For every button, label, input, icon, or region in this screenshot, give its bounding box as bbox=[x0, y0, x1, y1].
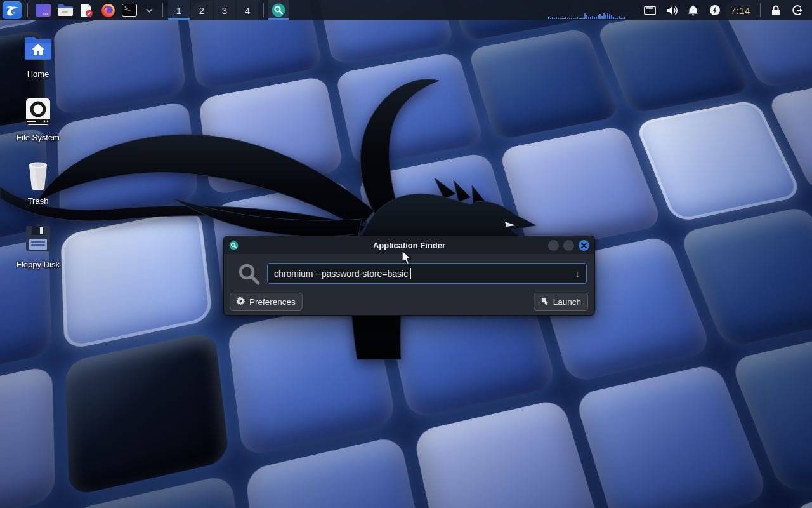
workspace-label: 1 bbox=[176, 5, 181, 16]
launcher-text-editor[interactable] bbox=[75, 1, 97, 19]
monitor-bar bbox=[617, 18, 618, 19]
monitor-bar bbox=[586, 15, 587, 19]
top-panel: $_ 1 2 3 4 bbox=[0, 0, 812, 20]
file-manager-icon bbox=[56, 3, 73, 17]
monitor-bar bbox=[599, 14, 601, 19]
desktop-icon-file-system[interactable]: File System bbox=[8, 97, 69, 142]
desktop-icon-home[interactable]: Home bbox=[8, 33, 69, 79]
tray-power-manager[interactable] bbox=[704, 1, 726, 19]
launcher-file-manager[interactable] bbox=[54, 1, 75, 19]
workspace-button-4[interactable]: 4 bbox=[237, 0, 258, 20]
close-icon bbox=[581, 243, 587, 248]
monitor-bar bbox=[575, 18, 576, 19]
chevron-down-icon bbox=[146, 8, 153, 13]
terminal-icon: $_ bbox=[122, 4, 137, 17]
monitor-bar bbox=[550, 18, 551, 19]
monitor-bar bbox=[605, 15, 606, 19]
monitor-bar bbox=[565, 17, 566, 19]
preferences-label: Preferences bbox=[249, 297, 296, 307]
launcher-desktop-window[interactable] bbox=[32, 1, 54, 19]
desktop-icon-label: File System bbox=[16, 133, 60, 142]
panel-clock[interactable]: 7:14 bbox=[726, 5, 756, 16]
history-dropdown-arrow-icon[interactable]: ↓ bbox=[575, 268, 580, 279]
desktop-icon-label: Trash bbox=[28, 196, 49, 206]
workspace-label: 2 bbox=[199, 5, 204, 16]
monitor-bar bbox=[582, 18, 584, 19]
monitor-bar bbox=[552, 17, 553, 19]
monitor-bar bbox=[601, 16, 603, 19]
monitor-bar bbox=[603, 13, 605, 19]
monitor-bar bbox=[620, 18, 622, 19]
launch-button[interactable]: Launch bbox=[534, 293, 588, 311]
text-editor-icon bbox=[79, 3, 94, 18]
app-finder-icon bbox=[271, 3, 286, 18]
gear-icon bbox=[237, 297, 246, 306]
volume-icon bbox=[665, 5, 678, 16]
monitor-bar bbox=[622, 18, 624, 19]
application-finder-window: Application Finder chromium --password-s… bbox=[223, 236, 595, 316]
monitor-bar bbox=[592, 16, 593, 19]
run-gear-icon bbox=[540, 297, 549, 306]
terminal-prompt-glyph: $_ bbox=[124, 5, 131, 11]
desktop-icon-floppy-disk[interactable]: Floppy Disk bbox=[8, 224, 69, 269]
monitor-bar bbox=[573, 18, 574, 19]
appfinder-panel-button[interactable] bbox=[268, 0, 289, 20]
launcher-terminal[interactable]: $_ bbox=[119, 1, 140, 19]
logout-button[interactable] bbox=[787, 1, 808, 19]
monitor-bar bbox=[580, 18, 582, 19]
monitor-bar bbox=[561, 18, 563, 19]
logout-icon bbox=[792, 4, 803, 16]
command-text: chromium --password-store=basic bbox=[274, 269, 408, 279]
monitor-bar bbox=[554, 18, 555, 19]
command-input[interactable]: chromium --password-store=basic ↓ bbox=[267, 263, 587, 284]
monitor-bar bbox=[611, 15, 612, 19]
monitor-bar bbox=[560, 18, 561, 19]
workspace-button-3[interactable]: 3 bbox=[214, 0, 235, 20]
lock-screen-icon bbox=[771, 4, 781, 16]
launch-label: Launch bbox=[553, 297, 581, 307]
tray-network[interactable] bbox=[639, 1, 661, 19]
minimize-button[interactable] bbox=[548, 240, 559, 251]
monitor-bar bbox=[584, 13, 586, 19]
tray-notifications[interactable] bbox=[683, 1, 704, 19]
floppy-disk-icon bbox=[24, 225, 52, 253]
workspace-label: 3 bbox=[222, 5, 227, 16]
applications-menu-button[interactable] bbox=[3, 1, 22, 19]
window-title: Application Finder bbox=[224, 241, 594, 250]
monitor-bar bbox=[569, 18, 570, 19]
monitor-bar bbox=[613, 17, 614, 19]
panel-separator bbox=[263, 3, 264, 17]
panel-separator bbox=[760, 3, 761, 17]
firefox-icon bbox=[101, 3, 115, 18]
monitor-bar bbox=[571, 18, 572, 19]
close-button[interactable] bbox=[579, 240, 589, 251]
network-icon bbox=[644, 6, 656, 15]
tray-volume[interactable] bbox=[661, 1, 683, 19]
trash-icon bbox=[24, 160, 52, 190]
notifications-bell-icon bbox=[688, 4, 698, 16]
search-icon bbox=[237, 262, 262, 287]
monitor-bar bbox=[558, 18, 559, 19]
lock-screen-button[interactable] bbox=[765, 1, 787, 19]
desktop-icon-column: Home File System Trash bbox=[8, 33, 69, 287]
panel-separator bbox=[27, 3, 28, 17]
monitor-bar bbox=[556, 17, 557, 19]
launcher-firefox[interactable] bbox=[97, 1, 119, 19]
desktop-icon-trash[interactable]: Trash bbox=[8, 160, 69, 206]
monitor-bar bbox=[596, 17, 597, 19]
preferences-button[interactable]: Preferences bbox=[230, 293, 303, 311]
workspace-button-2[interactable]: 2 bbox=[191, 0, 213, 20]
monitor-bar bbox=[609, 14, 610, 19]
workspace-button-1[interactable]: 1 bbox=[168, 0, 190, 20]
kali-dragon-icon bbox=[4, 3, 20, 17]
panel-separator bbox=[162, 3, 163, 17]
monitor-bar bbox=[598, 15, 599, 19]
monitor-bar bbox=[607, 13, 608, 19]
monitor-bar bbox=[563, 18, 565, 19]
monitor-bar bbox=[579, 18, 580, 19]
monitor-bar bbox=[588, 17, 589, 19]
maximize-button[interactable] bbox=[563, 240, 574, 251]
terminal-dropdown-button[interactable] bbox=[140, 1, 158, 19]
monitor-bar bbox=[567, 18, 568, 19]
system-monitor-graph[interactable] bbox=[546, 0, 639, 20]
